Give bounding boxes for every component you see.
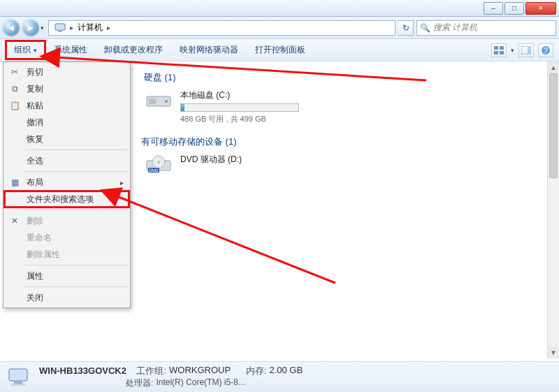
open-control-panel-button[interactable]: 打开控制面板 [247,41,314,59]
svg-rect-4 [494,51,498,55]
menu-label: 属性 [27,270,43,282]
submenu-arrow-icon: ▸ [120,179,124,187]
status-memory-value: 2.00 GB [269,365,303,377]
menu-label: 全选 [27,155,43,167]
organize-label: 组织 [14,44,31,56]
menu-rename: 重命名 [4,229,129,246]
svg-rect-20 [14,382,22,384]
nav-history-caret-icon[interactable]: ▾ [41,24,44,31]
menu-separator [25,171,128,172]
minimize-button[interactable]: – [484,2,503,15]
hdd-icon [145,89,173,110]
svg-point-15 [157,161,160,164]
nav-forward-button[interactable]: ► [22,20,39,36]
chevron-down-icon: ▾ [34,47,37,54]
toolbar: 组织 ▾ 系统属性 卸载或更改程序 映射网络驱动器 打开控制面板 ▾ ? [0,39,559,61]
help-button[interactable]: ? [538,43,553,57]
status-computer-name: WIN-HB133GOVCK2 [39,365,126,376]
svg-rect-0 [55,24,65,30]
scroll-down-button[interactable]: ▼ [548,347,559,358]
navbar: ◄ ► ▾ ▸ 计算机 ▸ ↻ 🔍 搜索 计算机 [0,17,559,39]
scroll-thumb[interactable] [549,73,558,178]
change-view-button[interactable] [491,43,507,57]
refresh-button[interactable]: ↻ [398,20,414,36]
menu-label: 重命名 [27,232,52,244]
redo-icon [8,133,21,145]
search-icon: 🔍 [420,23,430,33]
titlebar: – □ × [0,0,559,17]
scroll-up-button[interactable]: ▲ [548,61,559,73]
vertical-scrollbar[interactable]: ▲ ▼ [547,61,559,358]
close-button[interactable]: × [525,2,556,15]
svg-rect-7 [528,46,531,55]
drive-label: DVD 驱动器 (D:) [180,154,242,166]
preview-pane-button[interactable] [518,43,534,57]
svg-rect-21 [11,384,25,386]
chevron-down-icon[interactable]: ▾ [511,47,514,54]
svg-rect-2 [494,46,498,50]
chevron-right-icon[interactable]: ▸ [106,24,112,31]
menu-undo[interactable]: 撤消 [4,114,129,131]
copy-icon: ⧉ [8,82,21,95]
menu-close[interactable]: 关闭 [4,289,129,306]
menu-label: 恢复 [27,133,43,145]
computer-icon [55,22,66,34]
status-workgroup-value: WORKGROUP [169,365,231,377]
help-icon: ? [541,45,551,55]
dvd-badge-text: DVD [150,168,159,173]
chevron-right-icon[interactable]: ▸ [68,24,75,31]
map-network-drive-button[interactable]: 映射网络驱动器 [171,41,247,59]
svg-rect-11 [149,99,156,104]
svg-rect-19 [9,369,27,381]
search-placeholder: 搜索 计算机 [433,22,477,34]
menu-separator [25,150,128,150]
menu-separator [25,265,128,266]
cut-icon: ✂ [8,66,21,78]
menu-delete: ✕ 删除 [4,212,129,229]
menu-label: 删除 [27,215,43,227]
menu-label: 撤消 [27,117,43,129]
address-bar[interactable]: ▸ 计算机 ▸ [48,20,395,36]
menu-select-all[interactable]: 全选 [4,152,129,169]
layout-icon: ▦ [8,176,21,189]
panel-icon [521,46,531,55]
delete-icon: ✕ [8,215,21,227]
maximize-button[interactable]: □ [504,2,524,15]
address-segment-label[interactable]: 计算机 [78,22,103,34]
menu-label: 剪切 [27,66,43,78]
menu-layout[interactable]: ▦ 布局 ▸ [4,174,129,191]
menu-copy[interactable]: ⧉ 复制 [4,80,129,97]
disk-usage-bar [180,103,299,112]
menu-redo[interactable]: 恢复 [4,131,129,147]
search-input[interactable]: 🔍 搜索 计算机 [416,20,556,36]
dvd-icon: DVD [145,154,173,175]
svg-rect-5 [500,51,504,55]
menu-folder-search-options[interactable]: 文件夹和搜索选项 [4,191,129,208]
undo-icon [8,116,21,129]
menu-cut[interactable]: ✂ 剪切 [4,64,129,80]
menu-properties[interactable]: 属性 [4,268,129,284]
uninstall-programs-button[interactable]: 卸载或更改程序 [96,41,171,59]
svg-rect-3 [500,46,504,50]
menu-label: 复制 [27,83,43,95]
menu-label: 文件夹和搜索选项 [27,194,94,205]
menu-label: 布局 [27,177,43,189]
disk-stats: 488 GB 可用 , 共 499 GB [180,114,299,124]
status-cpu-value: Intel(R) Core(TM) i5-8... [156,377,245,389]
status-memory-key: 内存: [246,365,267,377]
organize-button[interactable]: 组织 ▾ [6,41,45,59]
refresh-icon: ↻ [402,23,409,33]
organize-menu: ✂ 剪切 ⧉ 复制 📋 粘贴 撤消 恢复 全选 ▦ 布局 ▸ 文件夹和搜索选项 … [3,61,131,308]
computer-icon [7,367,32,388]
menu-remove-properties: 删除属性 [4,246,129,263]
nav-back-button[interactable]: ◄ [3,20,20,36]
menu-separator [25,286,128,287]
system-properties-button[interactable]: 系统属性 [45,41,96,59]
svg-text:?: ? [544,47,548,55]
status-cpu-key: 处理器: [126,377,153,389]
svg-rect-1 [58,31,62,32]
menu-paste[interactable]: 📋 粘贴 [4,97,129,114]
drive-label: 本地磁盘 (C:) [180,89,299,101]
status-workgroup-key: 工作组: [136,365,166,377]
menu-label: 粘贴 [27,100,43,112]
